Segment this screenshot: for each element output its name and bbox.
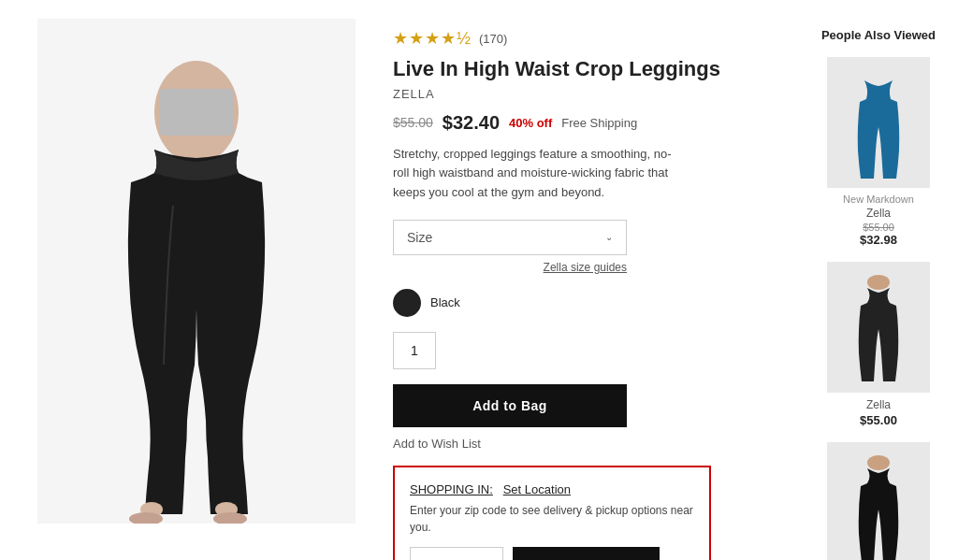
also-viewed-image-3 [827,442,930,560]
brand-name: ZELLA [393,87,799,101]
svg-rect-2 [159,89,234,136]
also-viewed-brand-1: Zella [818,207,939,220]
price-row: $55.00 $32.40 40% off Free Shipping [393,112,799,134]
also-viewed-item-1[interactable]: New Markdown Zella $55.00 $32.98 [818,57,939,247]
size-label: Size [407,230,432,245]
product-title: Live In High Waist Crop Leggings [393,56,799,83]
also-viewed-sale-price-1: $32.98 [818,233,939,247]
also-viewed-image-1 [827,57,930,188]
also-viewed-item-2[interactable]: Zella $55.00 [818,262,939,427]
rating-row: ★★★★½ (170) [393,28,799,49]
svg-point-11 [867,455,890,470]
review-count: (170) [479,32,507,46]
also-viewed-badge-1: New Markdown [818,194,939,205]
shopping-in-box: SHOPPING IN: Set Location Enter your zip… [393,466,711,560]
add-to-wish-list-link[interactable]: Add to Wish List [393,437,799,451]
product-details-section: ★★★★½ (170) Live In High Waist Crop Legg… [393,19,799,560]
also-viewed-brand-2: Zella [818,398,939,411]
color-swatch-black[interactable] [393,289,421,317]
original-price: $55.00 [393,115,433,130]
also-viewed-orig-price-1: $55.00 [818,222,939,233]
also-viewed-item-3[interactable]: Zella $59.00 [818,442,939,560]
also-viewed-image-2 [827,262,930,393]
product-image [37,19,356,524]
also-viewed-title: People Also Viewed [818,28,939,44]
add-to-bag-button[interactable]: Add to Bag [393,384,627,427]
zip-input[interactable] [410,547,503,560]
set-location-link[interactable]: Set Location [503,482,571,496]
free-shipping: Free Shipping [561,116,637,130]
sale-price: $32.40 [443,112,500,134]
location-description: Enter your zip code to see delivery & pi… [410,502,694,536]
chevron-down-icon: ⌄ [605,232,613,242]
check-locations-button[interactable]: Check Locations [513,547,660,560]
discount-badge: 40% off [509,116,552,130]
zip-row: Check Locations [410,547,694,560]
color-row: Black [393,289,799,317]
also-viewed-sale-price-2: $55.00 [818,413,939,427]
shopping-in-label: SHOPPING IN: [410,482,493,496]
size-guide-link[interactable]: Zella size guides [393,261,627,274]
shopping-in-header: SHOPPING IN: Set Location [410,482,694,496]
quantity-input[interactable]: 1 [393,332,436,369]
size-selector[interactable]: Size ⌄ [393,220,627,255]
color-label: Black [430,295,460,309]
also-viewed-section: People Also Viewed New Markdown Zella $5… [818,19,939,560]
star-rating: ★★★★½ [393,28,472,49]
svg-point-9 [867,275,890,290]
product-image-section [19,19,374,560]
product-description: Stretchy, cropped leggings feature a smo… [393,145,674,203]
